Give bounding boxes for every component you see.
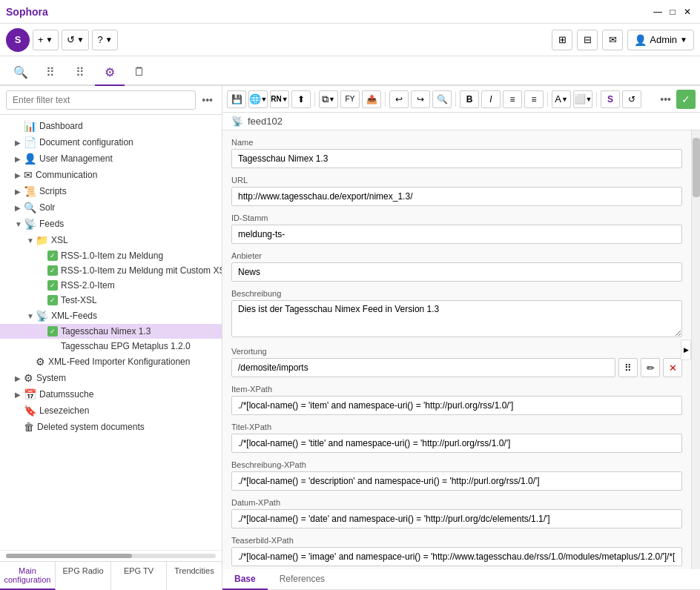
item-xpath-input[interactable] [231, 396, 682, 415]
check-icon: ✓ [47, 265, 58, 276]
align-icon: ⬜ [574, 93, 586, 105]
tab-tree[interactable]: ⠿ [36, 59, 65, 86]
undo-button[interactable]: ↩ [389, 90, 409, 108]
copy-button[interactable]: ⧉ ▼ [319, 90, 338, 108]
export-button[interactable]: 📤 [362, 90, 381, 108]
verortung-label: Verortung [231, 347, 682, 356]
add-button[interactable]: + ▼ [33, 30, 59, 50]
align-button[interactable]: ⬜ ▼ [573, 90, 592, 108]
redo-button[interactable]: ↪ [411, 90, 430, 108]
user-icon: 👤 [634, 34, 647, 46]
xsl-icon: 📁 [36, 234, 48, 246]
tree-item-datumssuche[interactable]: ▶ 📅 Datumssuche [0, 386, 222, 402]
fy-button[interactable]: FY [340, 90, 360, 108]
id-stamm-input[interactable] [231, 225, 682, 244]
upload-button[interactable]: ⬆ [291, 90, 311, 108]
teaserbild-xpath-input[interactable] [231, 547, 682, 566]
search-toolbar-button[interactable]: 🔍 [432, 90, 452, 108]
tree-item-test-xsl[interactable]: ✓ Test-XSL [0, 293, 222, 308]
admin-chevron: ▼ [680, 36, 687, 44]
sidebar-scroll-bar [0, 550, 222, 561]
admin-button[interactable]: 👤 Admin ▼ [627, 30, 694, 50]
tree-item-system[interactable]: ▶ ⚙ System [0, 370, 222, 386]
expand-arrow-right[interactable]: ▶ [681, 339, 691, 360]
sidebar-more-button[interactable]: ••• [199, 94, 216, 106]
grid-view-button[interactable]: ⊞ [552, 30, 572, 50]
tree-item-feeds[interactable]: ▼ 📡 Feeds [0, 216, 222, 232]
beschreibung-textarea[interactable] [231, 300, 682, 337]
tree-label: Scripts [39, 186, 67, 196]
tree-label: User Management [39, 153, 113, 164]
close-button[interactable]: ✕ [681, 5, 694, 19]
tree-item-dashboard[interactable]: 📊 Dashboard [0, 118, 222, 134]
beschreibung-xpath-input[interactable] [231, 471, 682, 491]
globe-button[interactable]: 🌐 ▼ [248, 90, 268, 108]
tree-item-deleted[interactable]: 🗑 Deleted system documents [0, 419, 222, 435]
tree-item-solr[interactable]: ▶ 🔍 Solr [0, 199, 222, 216]
id-stamm-group: ID-Stamm [231, 213, 682, 244]
confirm-button[interactable]: ✓ [676, 90, 696, 109]
content-toolbar-more[interactable]: ••• [660, 93, 671, 105]
url-input[interactable] [231, 187, 682, 206]
tree-item-xsl[interactable]: ▼ 📁 XSL [0, 232, 222, 248]
tree-item-metaplus[interactable]: Tagesschau EPG Metaplus 1.2.0 [0, 339, 222, 354]
tree-label: System [36, 373, 66, 383]
reload-button[interactable]: ↺ ▼ [62, 30, 90, 50]
tree-item-lesezeichen[interactable]: 🔖 Lesezeichen [0, 402, 222, 419]
tab-settings[interactable]: ⚙ [95, 59, 125, 86]
view2-button[interactable]: ⊟ [577, 30, 598, 50]
sidebar-tab-trendcities[interactable]: Trendcities [167, 562, 222, 590]
verortung-tree-button[interactable]: ⠿ [618, 358, 638, 377]
titel-xpath-group: Titel-XPath [231, 422, 682, 453]
save-button[interactable]: 💾 [227, 90, 246, 108]
filter-input[interactable] [6, 90, 196, 110]
maximize-button[interactable]: □ [666, 5, 679, 19]
sophora-s-button[interactable]: S [601, 90, 620, 108]
help-button[interactable]: ? ▼ [92, 30, 117, 50]
font-icon: A [555, 93, 561, 105]
list-button[interactable]: ≡ [503, 90, 522, 108]
font-chevron: ▼ [561, 96, 568, 103]
vertical-scrollbar-track[interactable] [691, 130, 700, 569]
anbieter-input[interactable] [231, 262, 682, 282]
tab-tree2[interactable]: ⠿ [65, 59, 95, 86]
verortung-edit-button[interactable]: ✏ [641, 358, 660, 377]
content-tab-base[interactable]: Base [222, 569, 268, 590]
sidebar-tab-epg-tv[interactable]: EPG TV [111, 562, 167, 590]
tree-item-scripts[interactable]: ▶ 📜 Scripts [0, 183, 222, 199]
tree-item-xml-feeds[interactable]: ▼ 📡 XML-Feeds [0, 308, 222, 324]
font-button[interactable]: A ▼ [552, 90, 571, 108]
datum-xpath-input[interactable] [231, 509, 682, 528]
bold-button[interactable]: B [460, 90, 479, 108]
verortung-input[interactable] [231, 358, 615, 377]
tree-item-rss10-custom[interactable]: ✓ RSS-1.0-Item zu Meldung mit Custom XSL [0, 263, 222, 278]
minimize-button[interactable]: — [651, 5, 664, 19]
content-tab-references[interactable]: References [268, 569, 337, 590]
teaserbild-xpath-group: Teaserbild-XPath [231, 536, 682, 566]
sidebar-tab-main[interactable]: Main configuration [0, 562, 56, 590]
tree-item-importer[interactable]: ⚙ XML-Feed Importer Konfigurationen [0, 354, 222, 370]
tree-item-communication[interactable]: ▶ ✉ Communication [0, 167, 222, 183]
tree-item-rss20[interactable]: ✓ RSS-2.0-Item [0, 278, 222, 293]
horizontal-scrollbar[interactable] [6, 554, 216, 558]
tree-item-user-mgmt[interactable]: ▶ 👤 User Management [0, 150, 222, 167]
tab-search[interactable]: 🔍 [6, 59, 36, 86]
italic-button[interactable]: I [481, 90, 501, 108]
rn-button[interactable]: RN ▼ [270, 90, 289, 108]
tree-arrow: ▶ [15, 204, 24, 212]
form-area: Name URL ID-Stamm Anbieter [222, 130, 691, 569]
verortung-clear-button[interactable]: ✕ [663, 358, 682, 377]
name-input[interactable] [231, 149, 682, 168]
tab-doc[interactable]: 🗒 [125, 59, 154, 86]
tree-item-doc-config[interactable]: ▶ 📄 Document configuration [0, 134, 222, 150]
titel-xpath-input[interactable] [231, 434, 682, 453]
mail-button[interactable]: ✉ [602, 30, 623, 50]
tree-label: Dashboard [39, 121, 83, 131]
feed-rss-icon: 📡 [231, 116, 243, 127]
tree-item-nimex[interactable]: ✓ Tagesschau Nimex 1.3 [0, 324, 222, 339]
tree-item-rss10[interactable]: ✓ RSS-1.0-Item zu Meldung [0, 248, 222, 263]
sidebar-tab-epg-radio[interactable]: EPG Radio [56, 562, 111, 590]
title-bar-left: Sophora [6, 6, 48, 18]
refresh-button[interactable]: ↺ [622, 90, 641, 108]
list2-button[interactable]: ≡ [524, 90, 544, 108]
